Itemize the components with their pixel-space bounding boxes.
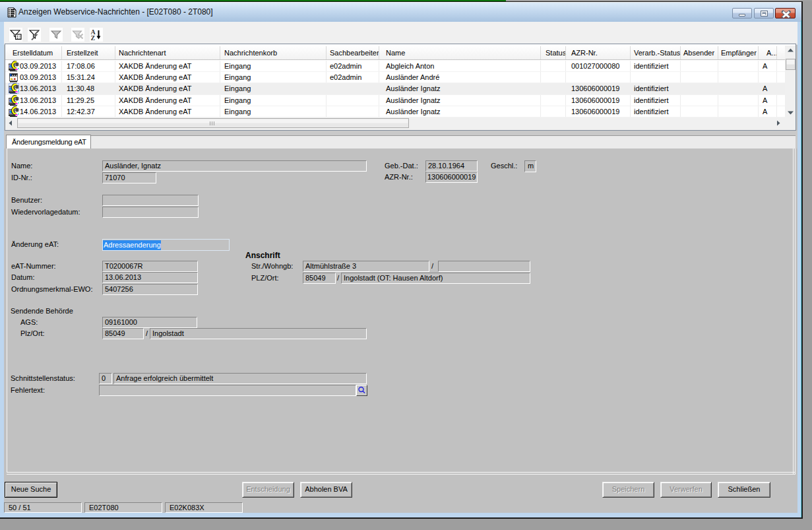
svg-text:Z: Z (91, 34, 96, 42)
